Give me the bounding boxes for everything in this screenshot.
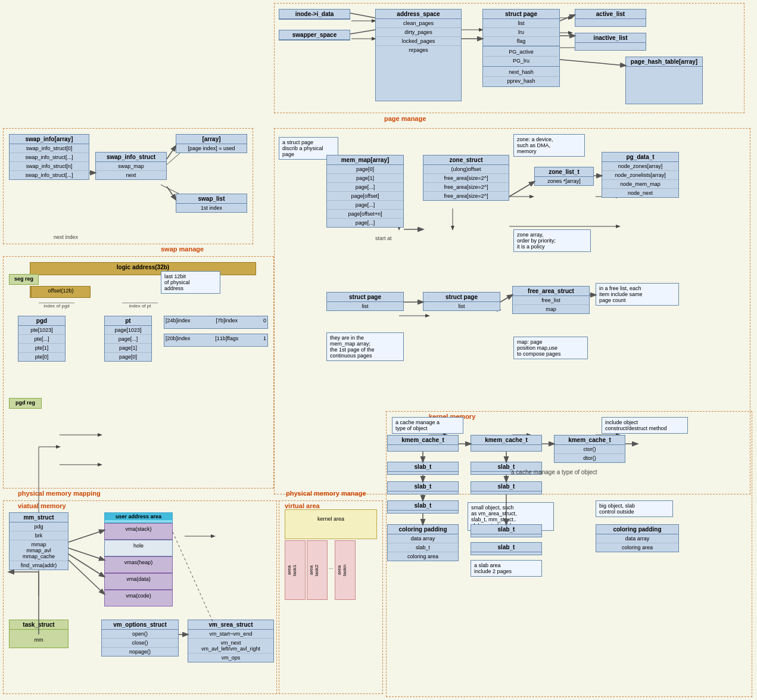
swap-info-struct-box: swap_info_struct swap_map next xyxy=(95,152,167,180)
vm-options-struct-field-1: open() xyxy=(102,630,178,639)
swap-info-field-3: swap_info_struct[n] xyxy=(10,162,89,171)
swap-list-field-1: 1st index xyxy=(176,204,247,212)
swapper-space-title: swapper_space xyxy=(279,30,350,40)
inode-i-data-box: inode->i_data xyxy=(279,9,350,20)
struct-page-mid2-field-1: list xyxy=(423,302,500,310)
slab-t-r2c1-title: slab_t xyxy=(388,482,458,491)
mm-struct-title: mm_struct xyxy=(10,513,68,522)
mm-struct-box: mm_struct pdg brk mmap mmap_avl mmap_cac… xyxy=(9,512,68,570)
swap-list-box: swap_list 1st index xyxy=(176,194,247,213)
pg-data-t-field-2: node_zonelists[array] xyxy=(602,171,678,180)
mem-map-field-2: page[1] xyxy=(327,174,403,183)
coloring-padding2-title: coloring padding xyxy=(596,525,678,534)
task-struct-title: task_struct xyxy=(10,620,68,630)
vm-srea-struct-field-2: vm_next vm_avl_left/vm_avl_right xyxy=(188,639,273,654)
vm-srea-struct-box: vm_srea_struct vm_start~vm_end vm_next v… xyxy=(188,620,274,662)
kernel-area-label: kernel area xyxy=(285,510,376,528)
struct-page-next-hash: next_hash xyxy=(484,68,558,77)
kmem-cache-t2-box: kmem_cache_t xyxy=(471,435,542,452)
pt-title: pt xyxy=(105,316,151,326)
start-at-label: start at xyxy=(375,235,392,241)
pgd-title: pgd xyxy=(18,316,65,326)
index-20b-11b-1-box: [20b]index[11b]flags1 xyxy=(164,334,268,347)
free-list-note: in a free list, eachitem include samepag… xyxy=(596,283,679,306)
pg-data-t-box: pg_data_t node_zones[array] node_zonelis… xyxy=(602,152,679,198)
offset-12b-box: offset(12b) xyxy=(31,286,91,298)
swap-info-field-1: swap_info_struct[0] xyxy=(10,144,89,153)
vma-code-box: vma(code) xyxy=(104,590,173,606)
free-area-struct-field-1: free_list xyxy=(513,296,589,305)
coloring-padding1-title: coloring padding xyxy=(388,525,458,534)
free-area-struct-box: free_area_struct free_list map xyxy=(512,286,590,314)
struct-page-top-box: struct page list lru flag PG_active PG_l… xyxy=(482,9,560,87)
virtual-area-label: virtual area xyxy=(285,502,320,509)
vm-options-struct-title: vm_options_struct xyxy=(102,620,178,630)
zone-struct-box: zone_struct (ulong)offset free_area[size… xyxy=(423,155,509,201)
swap-info-field-4: swap_info_struct[...] xyxy=(10,171,89,179)
slab-t-r2c2-box: slab_t xyxy=(471,481,542,494)
mm-struct-field-1: pdg xyxy=(10,522,68,531)
struct-page-pprev-hash: pprev_hash xyxy=(484,77,558,85)
user-address-area-label: user address area xyxy=(104,512,173,523)
coloring-padding1-field-1: data array xyxy=(388,534,458,543)
swap-info-array-box: swap_info[array] swap_info_struct[0] swa… xyxy=(9,134,89,180)
mem-map-field-3: page[...] xyxy=(327,183,403,192)
include-object-note: include objectconstruct/destruct method xyxy=(602,417,688,434)
vma-data-box: vma(data) xyxy=(104,573,173,590)
zone-list-t-box: zone_list_t zones *[array] xyxy=(534,167,594,186)
logic-address-title: logic address(32b) xyxy=(30,263,256,272)
next-index-label: next index xyxy=(54,234,78,240)
array-box: [array] [page index] = used xyxy=(176,134,247,153)
swap-manage-label: swap manage xyxy=(161,245,204,253)
address-parts-row: pgd(10b) pmd(0b) pt(10b) offset(12b) xyxy=(30,286,256,298)
task-struct-box: task_struct mm xyxy=(9,620,68,648)
coloring-padding1-box: coloring padding data array slab_t color… xyxy=(387,524,459,561)
swap-info-struct-field-2: next xyxy=(96,171,166,179)
seg-reg-title: seg reg xyxy=(10,275,38,283)
mm-struct-field-3: mmap mmap_avl mmap_cache xyxy=(10,540,68,561)
vm-srea-struct-field-3: vm_ops xyxy=(188,654,273,662)
index-pgd-label: index of pgd xyxy=(39,303,74,309)
coloring-padding2-field-1: data array xyxy=(596,534,678,543)
address-space-field-1: clean_pages xyxy=(376,19,461,28)
mm-struct-field-2: brk xyxy=(10,531,68,540)
kmem-cache-t3-field-1: ctor() xyxy=(554,445,625,454)
coloring-padding1-field-2: slab_t xyxy=(388,543,458,552)
vm-options-struct-box: vm_options_struct open() close() nopage(… xyxy=(101,620,179,657)
task-dots-label: ... xyxy=(328,540,335,600)
task-areas-row: task1area task2area ... tasknarea xyxy=(285,540,377,600)
task-struct-field-1: mm xyxy=(10,630,68,648)
array-title: [array] xyxy=(176,135,247,144)
pgd-field-2: pte[...] xyxy=(18,335,65,344)
swap-info-struct-title: swap_info_struct xyxy=(96,153,166,162)
inode-i-data-title: inode->i_data xyxy=(279,10,350,19)
seg-reg-box: seg reg xyxy=(9,274,39,285)
address-space-field-2: dirty_pages xyxy=(376,28,461,37)
taskn-area-label: tasknarea xyxy=(335,541,348,599)
vm-options-struct-field-2: close() xyxy=(102,639,178,648)
phys-mem-manage-label: physical memory manage xyxy=(286,490,366,497)
cache-label: a cache manage a type of object xyxy=(511,469,597,475)
slab-t-r3c1-box: slab_t xyxy=(387,500,459,514)
address-space-field-3: locked_pages xyxy=(376,37,461,46)
slab-t-bottom2-title: slab_t xyxy=(471,543,541,552)
slab-t-r2c2-title: slab_t xyxy=(471,482,541,491)
mem-map-field-1: page[0] xyxy=(327,165,403,174)
user-address-area-title: user address area xyxy=(105,513,172,520)
pg-data-t-title: pg_data_t xyxy=(602,153,678,162)
struct-page-top-title: struct page xyxy=(483,10,559,19)
struct-page-mid1-field-1: list xyxy=(327,302,403,310)
active-list-box: active_list xyxy=(575,9,646,27)
inactive-list-title: inactive_list xyxy=(575,33,646,43)
pt-field-3: page[1] xyxy=(105,344,151,353)
offset-12b-label: offset(12b) xyxy=(32,287,90,295)
kmem-cache-t3-box: kmem_cache_t ctor() dtor() xyxy=(554,435,625,463)
slab-area-note: a slab areainclude 2 pages xyxy=(471,560,542,577)
swapper-space-box: swapper_space xyxy=(279,30,350,41)
big-object-note: big object, slabcontrol outside xyxy=(596,500,673,517)
map-position-note: map: pageposition map,useto compose page… xyxy=(513,337,588,359)
pgd-reg-box: pgd reg xyxy=(9,398,42,409)
active-list-title: active_list xyxy=(575,10,646,19)
vma-hole-box: hole xyxy=(104,540,173,556)
swap-info-field-2: swap_info_struct[...] xyxy=(10,153,89,162)
